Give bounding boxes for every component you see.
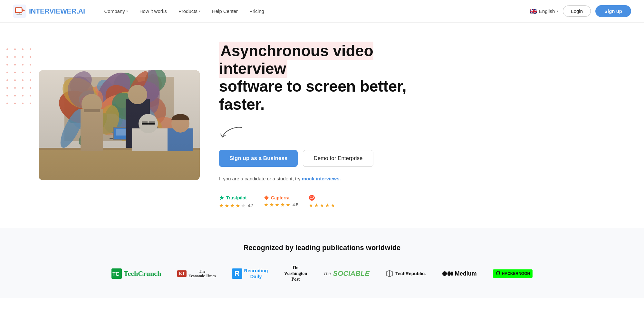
capterra-rating: Capterra ★ ★ ★ ★ ★ 4.5 xyxy=(264,195,298,208)
decorative-dots xyxy=(6,48,34,107)
trustpilot-rating: ★ Trustpilot ★ ★ ★ ★ ★ 4.2 xyxy=(219,194,254,209)
medium-text: Medium xyxy=(455,270,477,277)
star-icon: ★ xyxy=(331,202,335,208)
sociable-logo: The SOCIABLE xyxy=(323,269,370,278)
chevron-down-icon: ▾ xyxy=(126,9,128,13)
svg-text:TC: TC xyxy=(112,271,120,277)
svg-rect-2 xyxy=(16,8,22,12)
techcrunch-icon: TC xyxy=(111,268,122,279)
hackernoon-text: ⏱ HACKERNOON xyxy=(493,269,533,278)
nav-help-center[interactable]: Help Center xyxy=(212,8,238,14)
capterra-score: 4.5 xyxy=(293,202,298,207)
rd-text: RecruitingDaily xyxy=(244,268,268,279)
star-icon: ★ xyxy=(314,202,319,208)
g2-brand: G2 xyxy=(309,195,335,201)
techcrunch-text: TechCrunch xyxy=(124,269,161,278)
language-label: English xyxy=(539,8,555,14)
hero-cta: Sign up as a Business Demo for Enterpris… xyxy=(219,150,412,167)
publications-title: Recognized by leading publications world… xyxy=(13,244,631,252)
navigation: INTERVIEWER.AI Company ▾ How it works Pr… xyxy=(0,0,644,23)
mock-interviews-link[interactable]: mock interviews. xyxy=(302,176,341,181)
wp-text: TheWashingtonPost xyxy=(284,265,307,283)
economic-times-logo: ET TheEconomic Times xyxy=(177,269,216,278)
nav-products[interactable]: Products ▾ xyxy=(178,8,200,14)
ratings-row: ★ Trustpilot ★ ★ ★ ★ ★ 4.2 xyxy=(219,194,412,209)
star-icon: ★ xyxy=(286,202,290,208)
signup-business-button[interactable]: Sign up as a Business xyxy=(219,150,298,167)
hero-title-highlighted: Asynchronous video interview xyxy=(219,42,373,78)
star-icon: ★ xyxy=(219,203,224,209)
nav-how-it-works[interactable]: How it works xyxy=(139,8,167,14)
recruiting-daily-logo: R RecruitingDaily xyxy=(232,268,268,279)
star-icon: ★ xyxy=(235,203,240,209)
star-icon: ★ xyxy=(280,202,285,208)
svg-point-12 xyxy=(447,271,451,276)
login-button[interactable]: Login xyxy=(563,5,591,17)
flag-icon: 🇬🇧 xyxy=(530,8,537,15)
star-icon: ★ xyxy=(225,203,229,209)
techrepublic-logo: TechRepublic. xyxy=(386,270,426,277)
svg-rect-5 xyxy=(19,13,20,15)
chevron-down-icon: ▾ xyxy=(199,9,200,13)
techrepublic-icon xyxy=(386,270,393,277)
signup-button[interactable]: Sign up xyxy=(595,5,631,17)
hackernoon-logo: ⏱ HACKERNOON xyxy=(493,269,533,278)
star-icon: ★ xyxy=(230,203,235,209)
hero-title-part2: software to screen better, faster. xyxy=(219,78,407,113)
trustpilot-label: Trustpilot xyxy=(226,195,247,200)
nav-links: Company ▾ How it works Products ▾ Help C… xyxy=(104,8,530,14)
star-icon: ★ xyxy=(269,202,274,208)
rd-icon: R xyxy=(232,268,242,279)
svg-marker-6 xyxy=(264,196,269,200)
logo-icon xyxy=(13,5,26,18)
star-icon: ★ xyxy=(325,202,330,208)
star-icon: ★ xyxy=(309,202,313,208)
arrow-icon xyxy=(219,125,245,141)
hero-section: Asynchronous video interview software to… xyxy=(0,23,644,228)
trustpilot-stars: ★ ★ ★ ★ ★ 4.2 xyxy=(219,203,254,209)
svg-point-11 xyxy=(442,271,447,276)
hero-title: Asynchronous video interview software to… xyxy=(219,42,412,113)
techrepublic-text: TechRepublic. xyxy=(395,271,426,276)
hero-image-wrapper xyxy=(39,70,200,180)
logo[interactable]: INTERVIEWER.AI xyxy=(13,5,85,18)
star-icon: ★ xyxy=(275,202,279,208)
hero-content: Asynchronous video interview software to… xyxy=(219,42,412,209)
capterra-stars: ★ ★ ★ ★ ★ 4.5 xyxy=(264,202,298,208)
medium-logo: Medium xyxy=(442,270,477,277)
washington-post-logo: TheWashingtonPost xyxy=(284,265,307,283)
arrow-hint xyxy=(219,125,412,141)
star-icon: ★ xyxy=(264,202,268,208)
star-icon: ★ xyxy=(241,203,245,209)
hackernoon-icon: ⏱ xyxy=(495,271,501,277)
medium-icon xyxy=(442,270,454,277)
demo-enterprise-button[interactable]: Demo for Enterprise xyxy=(303,150,373,167)
hero-image xyxy=(39,70,200,180)
svg-point-13 xyxy=(451,271,453,276)
g2-rating: G2 ★ ★ ★ ★ ★ xyxy=(309,195,335,208)
publications-section: Recognized by leading publications world… xyxy=(0,228,644,298)
publications-logos: TC TechCrunch ET TheEconomic Times R Rec… xyxy=(13,265,631,283)
g2-icon: G2 xyxy=(309,195,315,201)
candidate-note-text: If you are a candidate or a student, try xyxy=(219,176,302,181)
techcrunch-logo: TC TechCrunch xyxy=(111,268,161,279)
trustpilot-brand: ★ Trustpilot xyxy=(219,194,254,201)
et-text: TheEconomic Times xyxy=(188,269,216,278)
chevron-down-icon: ▾ xyxy=(557,9,558,13)
g2-stars: ★ ★ ★ ★ ★ xyxy=(309,202,335,208)
et-icon: ET xyxy=(177,270,187,277)
svg-text:G2: G2 xyxy=(310,196,314,200)
trustpilot-score: 4.2 xyxy=(248,203,254,208)
the-label: The xyxy=(323,271,331,276)
candidate-note: If you are a candidate or a student, try… xyxy=(219,176,412,181)
capterra-icon xyxy=(264,195,269,200)
capterra-brand: Capterra xyxy=(264,195,298,200)
language-selector[interactable]: 🇬🇧 English ▾ xyxy=(530,8,558,15)
hero-photo-canvas xyxy=(39,70,200,180)
star-icon: ★ xyxy=(320,202,324,208)
nav-company[interactable]: Company ▾ xyxy=(104,8,128,14)
logo-text: INTERVIEWER.AI xyxy=(29,7,85,15)
nav-actions: 🇬🇧 English ▾ Login Sign up xyxy=(530,5,631,17)
star-icon: ★ xyxy=(219,194,224,201)
nav-pricing[interactable]: Pricing xyxy=(249,8,264,14)
